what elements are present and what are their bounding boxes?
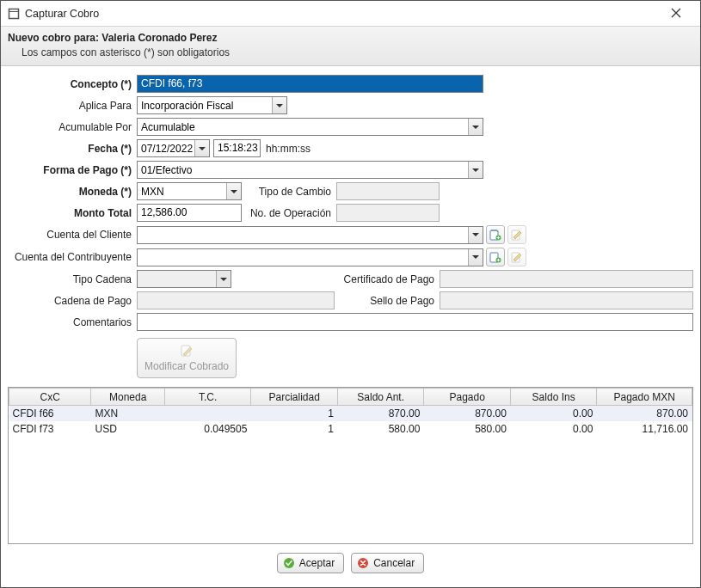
subheader-note: Los campos con asterisco (*) son obligat… xyxy=(8,46,693,58)
hora-input[interactable]: 15:18:23 xyxy=(213,139,261,157)
col-cxc[interactable]: CxC xyxy=(9,389,91,406)
chevron-down-icon xyxy=(216,271,231,287)
window-title: Capturar Cobro xyxy=(25,8,659,20)
modificar-cobrado-label: Modificar Cobrado xyxy=(145,360,229,372)
cancelar-label: Cancelar xyxy=(373,557,415,569)
label-tipo-cambio: Tipo de Cambio xyxy=(242,186,336,198)
chevron-down-icon xyxy=(272,97,286,113)
label-cuenta-contrib: Cuenta del Contribuyente xyxy=(8,251,137,263)
label-sello-pago: Sello de Pago xyxy=(335,295,440,307)
cert-pago-input xyxy=(440,270,693,288)
moneda-value: MXN xyxy=(141,186,164,198)
label-forma-pago: Forma de Pago (*) xyxy=(8,164,137,176)
label-acumulable: Acumulable Por xyxy=(8,121,137,133)
cuenta-cliente-select[interactable] xyxy=(137,226,483,244)
subheader: Nuevo cobro para: Valeria Coronado Perez… xyxy=(1,27,700,66)
chevron-down-icon xyxy=(226,183,241,199)
forma-pago-value: 01/Efectivo xyxy=(141,164,192,176)
tipo-cadena-select xyxy=(137,270,231,288)
table-row[interactable]: CFDI f73 USD 0.049505 1 580.00 580.00 0.… xyxy=(9,421,692,437)
tipo-cambio-input xyxy=(336,182,440,200)
cuenta-contrib-select[interactable] xyxy=(137,248,483,266)
chevron-down-icon xyxy=(468,227,483,243)
fecha-value: 07/12/2022 xyxy=(141,143,193,155)
add-contrib-account-button[interactable] xyxy=(486,248,505,266)
cxc-grid[interactable]: CxC Moneda T.C. Parcialidad Saldo Ant. P… xyxy=(8,387,693,544)
label-aplica: Aplica Para xyxy=(8,100,137,112)
aplica-para-select[interactable]: Incorporación Fiscal xyxy=(137,96,287,114)
col-pagado-mxn[interactable]: Pagado MXN xyxy=(597,389,692,406)
label-comentarios: Comentarios xyxy=(8,316,137,328)
label-no-operacion: No. de Operación xyxy=(242,207,336,219)
col-tc[interactable]: T.C. xyxy=(164,389,251,406)
label-cert-pago: Certificado de Pago xyxy=(240,273,440,285)
acumulable-select[interactable]: Acumulable xyxy=(137,118,483,136)
close-icon[interactable] xyxy=(659,6,693,21)
chevron-down-icon xyxy=(194,140,209,156)
aceptar-button[interactable]: Aceptar xyxy=(277,553,344,573)
add-account-button[interactable] xyxy=(486,225,505,244)
chevron-down-icon xyxy=(468,162,483,178)
fecha-input[interactable]: 07/12/2022 xyxy=(137,139,210,157)
label-moneda: Moneda (*) xyxy=(8,186,137,198)
label-hhmmss: hh:mm:ss xyxy=(261,143,316,155)
label-concepto: Concepto (*) xyxy=(8,78,137,90)
grid-header-row: CxC Moneda T.C. Parcialidad Saldo Ant. P… xyxy=(9,389,692,406)
no-operacion-input xyxy=(336,204,440,222)
col-parcialidad[interactable]: Parcialidad xyxy=(251,389,338,406)
aplica-para-value: Incorporación Fiscal xyxy=(141,100,233,112)
cancelar-button[interactable]: Cancelar xyxy=(351,553,424,573)
sello-pago-input xyxy=(440,291,693,309)
check-circle-icon xyxy=(283,557,295,569)
label-fecha: Fecha (*) xyxy=(8,143,137,155)
monto-total-input[interactable]: 12,586.00 xyxy=(137,204,242,222)
svg-rect-1 xyxy=(9,9,19,11)
moneda-select[interactable]: MXN xyxy=(137,182,242,200)
cadena-pago-input xyxy=(137,291,335,309)
chevron-down-icon xyxy=(468,249,483,266)
cancel-circle-icon xyxy=(357,557,369,569)
label-cadena-pago: Cadena de Pago xyxy=(8,295,137,307)
app-icon xyxy=(8,8,20,20)
col-saldo-ins[interactable]: Saldo Ins xyxy=(510,389,597,406)
col-pagado[interactable]: Pagado xyxy=(424,389,511,406)
comentarios-input[interactable] xyxy=(137,313,693,331)
edit-account-button xyxy=(507,225,526,244)
acumulable-value: Acumulable xyxy=(141,121,195,133)
chevron-down-icon xyxy=(468,119,483,135)
col-saldo-ant[interactable]: Saldo Ant. xyxy=(337,389,424,406)
label-tipo-cadena: Tipo Cadena xyxy=(8,273,137,285)
edit-contrib-account-button xyxy=(507,248,526,266)
table-row[interactable]: CFDI f66 MXN 1 870.00 870.00 0.00 870.00 xyxy=(9,406,692,421)
subheader-title: Nuevo cobro para: Valeria Coronado Perez xyxy=(8,32,693,44)
col-moneda[interactable]: Moneda xyxy=(91,389,164,406)
forma-pago-select[interactable]: 01/Efectivo xyxy=(137,161,483,179)
modificar-cobrado-button: Modificar Cobrado xyxy=(137,338,237,378)
svg-rect-0 xyxy=(9,9,19,18)
label-cuenta-cliente: Cuenta del Cliente xyxy=(8,229,137,241)
concepto-input[interactable]: CFDI f66, f73 xyxy=(137,75,483,93)
label-monto-total: Monto Total xyxy=(8,207,137,219)
aceptar-label: Aceptar xyxy=(299,557,335,569)
